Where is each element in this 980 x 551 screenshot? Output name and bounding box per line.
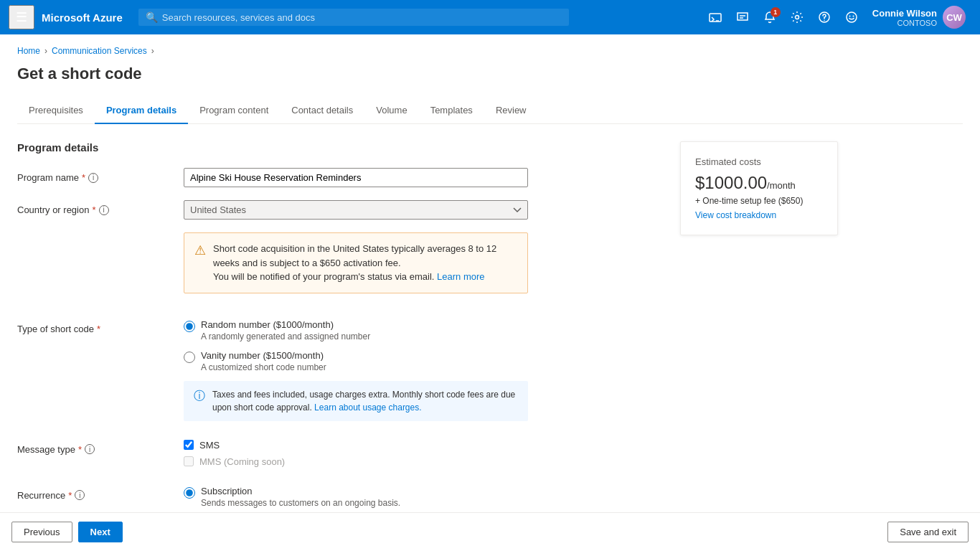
search-icon: 🔍 — [146, 11, 158, 23]
notification-count: 1 — [771, 7, 781, 17]
section-title: Program details — [17, 141, 663, 154]
svg-point-5 — [849, 16, 850, 17]
svg-point-3 — [824, 20, 825, 22]
cost-amount: $1000.00 — [695, 173, 767, 192]
warning-learn-more-link[interactable]: Learn more — [437, 271, 484, 282]
radio-vanity-label: Vanity number ($1500/month) — [201, 350, 326, 361]
avatar: CW — [943, 6, 966, 29]
app-logo: Microsoft Azure — [42, 11, 123, 24]
page-title: Get a short code — [17, 65, 963, 83]
cost-setup-fee: + One-time setup fee ($650) — [695, 196, 823, 206]
search-input[interactable] — [162, 12, 562, 23]
bottom-bar: Previous Next Save and exit — [0, 512, 980, 551]
main-container: Home › Communication Services › Get a sh… — [0, 34, 980, 551]
sms-checkbox[interactable] — [184, 440, 194, 450]
notifications-button[interactable]: 1 — [758, 6, 782, 29]
country-control: United States — [184, 200, 663, 220]
user-org: CONTOSO — [872, 19, 937, 27]
tab-prerequisites[interactable]: Prerequisites — [17, 98, 95, 124]
cost-panel: Estimated costs $1000.00/month + One-tim… — [680, 141, 838, 235]
message-type-info-icon[interactable]: i — [85, 444, 95, 454]
radio-subscription-label: Subscription — [201, 486, 400, 496]
mms-checkbox[interactable] — [184, 456, 194, 466]
search-bar: 🔍 — [138, 9, 569, 26]
tab-program-content[interactable]: Program content — [188, 98, 280, 124]
svg-point-1 — [795, 16, 798, 19]
short-code-type-control: Random number ($1000/month) A randomly g… — [184, 319, 663, 427]
radio-subscription-desc: Sends messages to customers on an ongoin… — [201, 498, 400, 508]
tab-templates[interactable]: Templates — [419, 98, 484, 124]
breadcrumb-communication-services[interactable]: Communication Services — [52, 46, 147, 56]
warning-box: ⚠ Short code acquisition in the United S… — [184, 232, 528, 293]
save-exit-button[interactable]: Save and exit — [887, 522, 969, 542]
cost-period: /month — [767, 180, 796, 191]
info-box: ⓘ Taxes and fees included, usage charges… — [184, 381, 528, 421]
warning-text: Short code acquisition in the United Sta… — [213, 242, 517, 284]
user-name: Connie Wilson — [872, 8, 937, 19]
message-type-control: SMS MMS (Coming soon) — [184, 440, 663, 473]
radio-random-option: Random number ($1000/month) A randomly g… — [184, 319, 663, 342]
settings-button[interactable] — [785, 6, 809, 29]
radio-subscription-option: Subscription Sends messages to customers… — [184, 486, 663, 508]
country-row: Country or region * i United States — [17, 200, 663, 220]
sms-checkbox-option: SMS — [184, 440, 663, 451]
breadcrumb: Home › Communication Services › — [17, 46, 963, 56]
country-required: * — [92, 204, 95, 215]
svg-point-4 — [847, 12, 857, 22]
hamburger-menu-button[interactable]: ☰ — [9, 5, 34, 29]
user-profile[interactable]: Connie Wilson CONTOSO CW — [867, 3, 971, 32]
message-type-required: * — [78, 444, 82, 455]
emoji-button[interactable] — [839, 6, 864, 29]
country-info-icon[interactable]: i — [99, 205, 109, 215]
cost-amount-row: $1000.00/month — [695, 173, 823, 193]
radio-random-label: Random number ($1000/month) — [201, 319, 370, 330]
breadcrumb-sep-1: › — [44, 46, 47, 56]
country-label: Country or region * i — [17, 200, 175, 215]
breadcrumb-sep-2: › — [151, 46, 154, 56]
mms-label: MMS (Coming soon) — [199, 456, 285, 467]
warning-row: ⚠ Short code acquisition in the United S… — [17, 232, 663, 306]
next-button[interactable]: Next — [78, 522, 123, 542]
warning-label-spacer — [17, 232, 175, 237]
svg-rect-0 — [710, 14, 721, 22]
feedback-button[interactable] — [730, 6, 755, 29]
previous-button[interactable]: Previous — [11, 522, 72, 542]
cloud-shell-button[interactable] — [703, 6, 727, 29]
message-type-label: Message type * i — [17, 440, 175, 455]
radio-vanity-input[interactable] — [184, 352, 195, 363]
recurrence-info-icon[interactable]: i — [75, 490, 85, 500]
info-box-text: Taxes and fees included, usage charges e… — [212, 388, 518, 414]
tab-program-details[interactable]: Program details — [95, 98, 188, 124]
recurrence-label: Recurrence * i — [17, 486, 175, 501]
country-select[interactable]: United States — [184, 200, 528, 220]
country-select-wrapper: United States — [184, 200, 528, 220]
tab-review[interactable]: Review — [484, 98, 538, 124]
usage-charges-link[interactable]: Learn about usage charges. — [314, 402, 421, 413]
content-area: Program details Program name * i Country… — [17, 141, 963, 551]
radio-subscription-input[interactable] — [184, 487, 195, 499]
program-name-info-icon[interactable]: i — [88, 173, 98, 183]
short-code-type-label: Type of short code * — [17, 319, 175, 334]
radio-random-desc: A randomly generated and assigned number — [201, 331, 370, 342]
program-name-row: Program name * i — [17, 168, 663, 187]
tab-contact-details[interactable]: Contact details — [280, 98, 364, 124]
sms-label: SMS — [199, 440, 220, 451]
program-name-control — [184, 168, 663, 187]
tabs-bar: Prerequisites Program details Program co… — [17, 98, 963, 124]
short-code-type-row: Type of short code * Random number ($100… — [17, 319, 663, 427]
warning-control: ⚠ Short code acquisition in the United S… — [184, 232, 663, 306]
cost-breakdown-link[interactable]: View cost breakdown — [695, 210, 823, 220]
message-type-row: Message type * i SMS MMS (Coming soon) — [17, 440, 663, 473]
warning-icon: ⚠ — [194, 242, 206, 258]
top-navigation: ☰ Microsoft Azure 🔍 1 Connie Wilson CONT… — [0, 0, 980, 34]
recurrence-required: * — [68, 490, 72, 501]
program-name-label: Program name * i — [17, 168, 175, 183]
tab-volume[interactable]: Volume — [364, 98, 418, 124]
breadcrumb-home[interactable]: Home — [17, 46, 40, 56]
radio-vanity-option: Vanity number ($1500/month) A customized… — [184, 350, 663, 372]
program-name-input[interactable] — [184, 168, 528, 187]
radio-random-input[interactable] — [184, 321, 195, 332]
mms-checkbox-option: MMS (Coming soon) — [184, 456, 663, 467]
help-button[interactable] — [812, 6, 837, 29]
form-section: Program details Program name * i Country… — [17, 141, 663, 551]
